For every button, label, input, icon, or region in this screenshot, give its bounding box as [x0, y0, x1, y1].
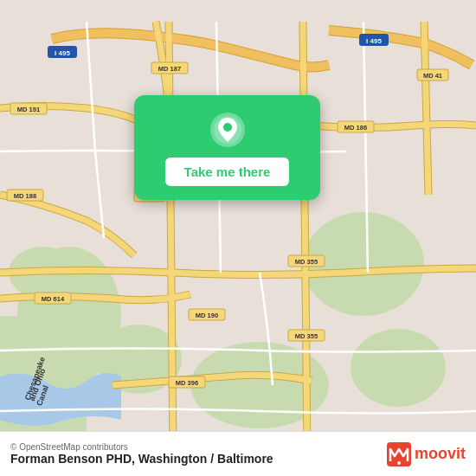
map-container: I 495 I 495 MD 191 MD 187 MD 188 MD 19 M…: [0, 0, 476, 476]
take-me-there-button[interactable]: Take me there: [165, 158, 290, 186]
svg-text:MD 396: MD 396: [176, 379, 198, 387]
svg-text:MD 41: MD 41: [423, 72, 442, 80]
svg-text:I 495: I 495: [55, 49, 70, 57]
popup-card: Take me there: [134, 95, 320, 200]
moovit-logo: moovit: [387, 442, 466, 466]
bottom-left-info: © OpenStreetMap contributors Forman Bens…: [10, 442, 273, 466]
moovit-text: moovit: [415, 445, 466, 463]
location-pin-icon: [209, 111, 247, 149]
bottom-bar: © OpenStreetMap contributors Forman Bens…: [0, 431, 476, 476]
svg-text:MD 191: MD 191: [17, 106, 40, 113]
svg-point-38: [223, 123, 232, 132]
svg-text:MD 187: MD 187: [158, 65, 181, 73]
svg-text:MD 188: MD 188: [14, 192, 36, 200]
svg-point-4: [351, 329, 446, 407]
svg-text:MD 186: MD 186: [344, 124, 367, 132]
svg-point-40: [397, 461, 401, 465]
map-svg: I 495 I 495 MD 191 MD 187 MD 188 MD 19 M…: [0, 0, 476, 476]
svg-text:MD 355: MD 355: [295, 332, 318, 340]
svg-text:I 495: I 495: [366, 37, 382, 45]
map-attribution: © OpenStreetMap contributors: [10, 442, 273, 452]
svg-text:MD 190: MD 190: [196, 312, 218, 319]
svg-text:MD 614: MD 614: [42, 295, 65, 303]
moovit-icon: [387, 442, 411, 466]
svg-text:MD 355: MD 355: [295, 258, 318, 266]
location-name: Forman Benson PHD, Washington / Baltimor…: [10, 452, 273, 466]
